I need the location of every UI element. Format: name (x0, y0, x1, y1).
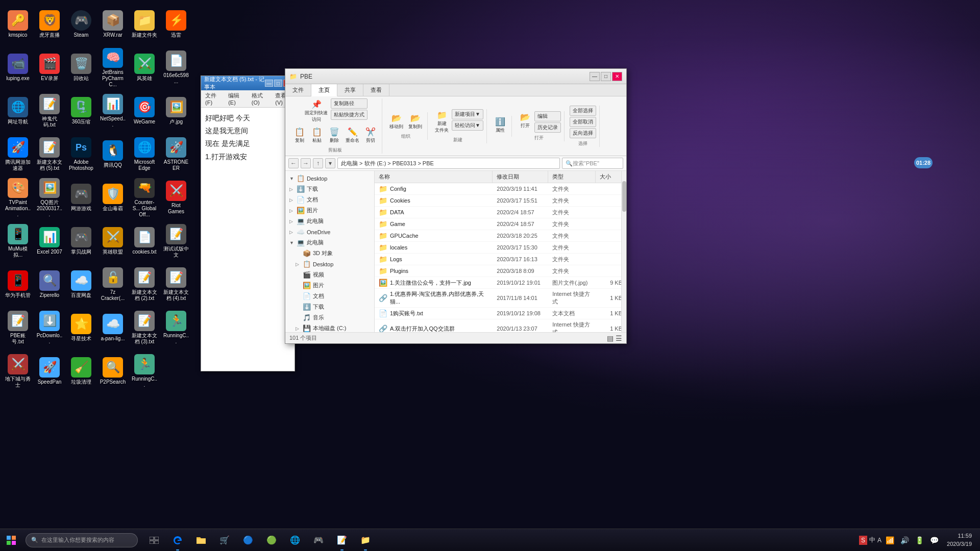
desktop-icon-7z[interactable]: 🔓 7z Cracker(... (97, 263, 128, 306)
desktop-icon-thunder[interactable]: ⚡ 迅雷 (161, 3, 191, 46)
view-detail-btn[interactable]: ☰ (616, 334, 622, 342)
table-row[interactable]: 📁Plugins 2020/3/18 8:09 文件夹 (375, 265, 626, 277)
tree-item-docs[interactable]: ▷ 📄 文档 (285, 194, 374, 205)
desktop-icon-netspeed[interactable]: 📊 NetSpeed... (97, 89, 128, 133)
table-row[interactable]: 📁Game 2020/2/4 18:57 文件夹 (375, 218, 626, 230)
taskbar-battery-icon[interactable]: 🔋 (913, 534, 926, 546)
desktop-icon-baidu[interactable]: ☁️ 百度网盘 (66, 263, 96, 306)
desktop-icon-jinshan[interactable]: 🛡️ 金山毒霸 (97, 176, 128, 219)
desktop-icon-pcdownload[interactable]: ⬇️ PcDownlo... (34, 306, 65, 349)
desktop-icon-huya[interactable]: 🦁 虎牙直播 (34, 3, 65, 46)
ribbon-btn-paste-shortcut[interactable]: 粘贴快捷方式 (331, 110, 368, 120)
tree-item-onedrive[interactable]: ▷ ☁️ OneDrive (285, 227, 374, 237)
ribbon-btn-select-none[interactable]: 全部取消 (570, 117, 596, 127)
table-row[interactable]: 📁GPUCache 2020/3/18 20:25 文件夹 (375, 230, 626, 242)
table-row[interactable]: 🔗A.双击打开加入QQ交流群 2020/1/13 23:07 Internet … (375, 319, 626, 332)
nav-up-btn[interactable]: ↑ (313, 158, 323, 168)
desktop-icon-diguo[interactable]: ⚔️ 地下城与勇士 (3, 349, 33, 393)
ribbon-tab-file[interactable]: 文件 (285, 84, 311, 96)
taskbar-icon-3[interactable]: 🌐 (284, 529, 306, 552)
col-header-type[interactable]: 类型 (548, 171, 596, 183)
nav-forward-btn[interactable]: → (301, 158, 311, 168)
desktop-icon-webguide[interactable]: 🌐 网址导航 (3, 89, 33, 133)
ribbon-btn-invert-select[interactable]: 反向选择 (570, 128, 596, 138)
desktop-icon-adobe[interactable]: Ps Adobe Photoshop (66, 133, 96, 176)
ribbon-btn-cut[interactable]: ✂️剪切 (362, 126, 379, 145)
desktop-icon-ziperello[interactable]: 🔍 Ziperello (34, 263, 65, 306)
desktop-icon-ceshi[interactable]: 📝 测试试版中文 (161, 219, 191, 263)
taskbar-lang-cn[interactable]: 中 (869, 536, 875, 544)
ribbon-btn-copy[interactable]: 📋复制 (291, 126, 308, 145)
taskbar-icon-1[interactable]: 🔵 (237, 529, 259, 552)
taskbar-icon-explorer2[interactable]: 📁 (354, 529, 377, 552)
table-row[interactable]: 📁Logs 2020/3/17 16:13 文件夹 (375, 254, 626, 265)
tree-item-drive-c[interactable]: ▷ 💾 本地磁盘 (C:) (285, 323, 374, 332)
notepad-menu-edit[interactable]: 编辑(E) (226, 91, 246, 106)
desktop-icon-apan[interactable]: ☁️ a-pan-lig... (97, 306, 128, 349)
tree-item-pc[interactable]: ▷ 💻 此电脑 (285, 216, 374, 227)
view-list-btn[interactable]: ▤ (607, 334, 614, 342)
ribbon-btn-rename[interactable]: ✏️重命名 (344, 126, 361, 145)
notepad-menu-format[interactable]: 格式(O) (250, 91, 270, 106)
desktop-icon-xunjing[interactable]: ⭐ 寻星技术 (66, 306, 96, 349)
notepad-menu-file[interactable]: 文件(F) (203, 91, 222, 106)
desktop-icon-fengying[interactable]: ⚔️ 风英雄 (129, 46, 160, 89)
desktop-icon-steam[interactable]: 🎮 Steam (66, 3, 96, 46)
tree-item-download[interactable]: ▷ ⬇️ 下载 (285, 184, 374, 194)
desktop-icon-xrw[interactable]: 📦 XRW.rar (97, 3, 128, 46)
ribbon-btn-open[interactable]: 📂打开 (517, 111, 533, 133)
desktop-icon-mumu[interactable]: 📱 MuMu模拟... (3, 219, 33, 263)
taskbar-icon-notepad[interactable]: 📝 (331, 529, 353, 552)
taskbar-clock[interactable]: 11:59 2020/3/19 (943, 532, 976, 548)
ribbon-tab-view[interactable]: 查看 (363, 84, 389, 96)
taskbar-icon-explorer[interactable] (190, 529, 212, 552)
nav-back-btn[interactable]: ← (288, 158, 299, 168)
ribbon-btn-pin[interactable]: 📌 固定到快速 访问 (303, 98, 330, 124)
ribbon-btn-copy-path[interactable]: 复制路径 (331, 98, 368, 109)
ribbon-btn-new-item[interactable]: 新建项目▼ (452, 109, 483, 119)
col-header-date[interactable]: 修改日期 (493, 171, 548, 183)
desktop-icon-recycle[interactable]: 🗑️ 回收站 (66, 46, 96, 89)
table-row[interactable]: 📁locales 2020/3/17 15:30 文件夹 (375, 242, 626, 254)
table-row[interactable]: 📁DATA 2020/2/4 18:57 文件夹 (375, 207, 626, 218)
desktop-icon-qqpic[interactable]: 🖼️ QQ图片 20200317... (34, 176, 65, 219)
ribbon-btn-history[interactable]: 历史记录 (534, 122, 561, 133)
desktop-icon-edge[interactable]: 🌐 Microsoft Edge (129, 133, 160, 176)
desktop-icon-tengxun[interactable]: 🚀 腾讯网游加速器 (3, 133, 33, 176)
taskbar-icon-edge[interactable] (166, 529, 189, 552)
tree-item-dl2[interactable]: ⬇️ 下载 (285, 302, 374, 312)
ribbon-btn-paste[interactable]: 📋粘贴 (309, 126, 325, 145)
tree-item-desktop[interactable]: ▼ 📋 Desktop (285, 173, 374, 184)
ribbon-btn-moveto[interactable]: 📂移动到 (387, 112, 405, 131)
desktop-icon-evlv[interactable]: 🎬 EV录屏 (34, 46, 65, 89)
desktop-icon-lu-jpg[interactable]: 🖼️ 卢.jpg (161, 89, 191, 133)
desktop-icon-pbe[interactable]: 📝 PBE账号.txt (3, 306, 33, 349)
desktop-icon-shengui[interactable]: 📝 神鬼代码.txt (34, 89, 65, 133)
tree-item-video[interactable]: 🎬 视频 (285, 269, 374, 280)
desktop-icon-runningc1[interactable]: 🏃 RunningC... (161, 306, 191, 349)
desktop-icon-360ya[interactable]: 🗜️ 360压缩 (66, 89, 96, 133)
col-header-name[interactable]: 名称 (375, 171, 493, 183)
desktop-icon-newtxt3[interactable]: 📝 新建文本文档 (3).txt (129, 306, 160, 349)
taskbar-network-icon[interactable]: 📶 (884, 534, 896, 546)
tree-item-docs2[interactable]: 📄 文档 (285, 291, 374, 302)
ribbon-btn-easy-access[interactable]: 轻松访问▼ (452, 120, 483, 131)
taskbar-lang-en[interactable]: A (877, 537, 881, 544)
taskbar-search-box[interactable]: 🔍 在这里输入你想要搜索的内容 (26, 533, 138, 547)
desktop-icon-p2p[interactable]: 🔍 P2PSearch (97, 349, 128, 393)
taskbar-icon-store[interactable]: 🛒 (213, 529, 236, 552)
table-row[interactable]: 📁Config 2020/3/19 11:41 文件夹 (375, 183, 626, 195)
desktop-icon-yinglian[interactable]: ⚔️ 英雄联盟 (97, 219, 128, 263)
desktop-icon-astroneer[interactable]: 🚀 ASTRONEER (161, 133, 191, 176)
ribbon-tab-share[interactable]: 共享 (337, 84, 363, 96)
desktop-icon-newtxt2[interactable]: 📝 新建文本文档 (2).txt (129, 263, 160, 306)
tree-item-this-pc[interactable]: ▼ 💻 此电脑 (285, 237, 374, 248)
table-row[interactable]: 🔗1.优惠券网-淘宝优惠券,内部优惠券,天猫... 2017/11/8 14:0… (375, 289, 626, 308)
desktop-icon-cookies[interactable]: 📄 cookies.txt (129, 219, 160, 263)
desktop-icon-360qingli[interactable]: 🧹 垃圾清理 (66, 349, 96, 393)
desktop-icon-riotgames[interactable]: ⚔️ Riot Games (161, 176, 191, 219)
notepad-minimize-btn[interactable]: — (265, 80, 273, 87)
table-row[interactable]: 📁Cookies 2020/3/17 15:51 文件夹 (375, 195, 626, 207)
explorer-maximize-btn[interactable]: □ (601, 72, 611, 81)
desktop-icon-qq[interactable]: 🐧 腾讯QQ (97, 133, 128, 176)
